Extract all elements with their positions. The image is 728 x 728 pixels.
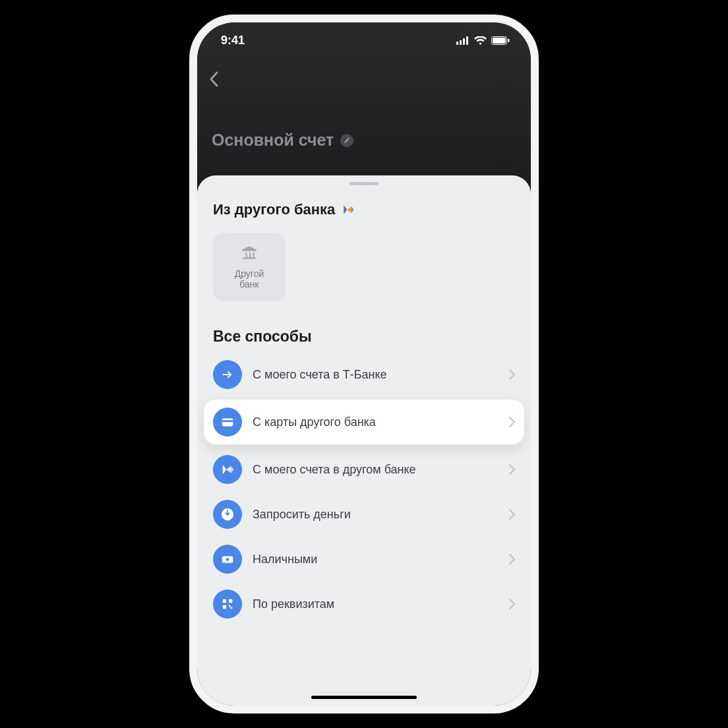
svg-rect-3 bbox=[466, 36, 468, 45]
svg-marker-12 bbox=[223, 465, 227, 475]
status-icons bbox=[456, 36, 510, 45]
svg-rect-5 bbox=[493, 38, 506, 44]
cellular-icon bbox=[456, 36, 470, 45]
methods-list: С моего счета в Т‑Банке С карты другого … bbox=[197, 352, 531, 626]
svg-rect-22 bbox=[231, 607, 233, 609]
svg-rect-6 bbox=[508, 39, 510, 42]
method-request-money[interactable]: Запросить деньги bbox=[204, 492, 524, 537]
sbp-icon bbox=[213, 455, 242, 484]
cash-icon bbox=[213, 545, 242, 574]
svg-marker-13 bbox=[226, 466, 231, 473]
method-by-requisites[interactable]: По реквизитам bbox=[204, 582, 524, 626]
svg-rect-11 bbox=[222, 420, 233, 422]
svg-rect-21 bbox=[229, 605, 231, 607]
status-bar: 9:41 bbox=[197, 22, 531, 58]
download-icon bbox=[213, 500, 242, 529]
svg-rect-19 bbox=[229, 599, 233, 603]
card-icon bbox=[213, 408, 242, 437]
account-title-row: Основной счет bbox=[197, 99, 531, 150]
status-time: 9:41 bbox=[221, 34, 245, 47]
svg-rect-0 bbox=[456, 42, 458, 45]
other-bank-tile-label: Другой банк bbox=[235, 268, 264, 289]
battery-icon bbox=[491, 36, 510, 45]
method-from-other-account[interactable]: С моего счета в другом банке bbox=[204, 447, 524, 492]
wifi-icon bbox=[474, 36, 487, 45]
chevron-right-icon bbox=[509, 554, 515, 564]
svg-rect-2 bbox=[463, 38, 465, 45]
screen: 9:41 Основной счет Из другого bbox=[197, 22, 531, 706]
method-label: Наличными bbox=[253, 553, 499, 566]
svg-rect-20 bbox=[223, 605, 227, 609]
svg-rect-1 bbox=[460, 40, 462, 45]
all-methods-title: Все способы bbox=[197, 301, 531, 352]
svg-rect-18 bbox=[223, 599, 227, 603]
method-label: По реквизитам bbox=[253, 597, 499, 611]
other-bank-tile[interactable]: Другой банк bbox=[213, 233, 286, 301]
qr-icon bbox=[213, 590, 242, 619]
sheet-grabber[interactable] bbox=[349, 182, 379, 185]
phone-frame: 9:41 Основной счет Из другого bbox=[189, 15, 539, 713]
chevron-right-icon bbox=[509, 464, 515, 475]
svg-marker-9 bbox=[351, 206, 353, 213]
arrow-right-icon bbox=[213, 360, 242, 389]
sbp-logo-icon bbox=[342, 203, 355, 216]
from-other-bank-title: Из другого банка bbox=[213, 201, 335, 218]
account-title: Основной счет bbox=[212, 131, 334, 150]
bank-icon bbox=[241, 245, 258, 262]
svg-point-17 bbox=[226, 558, 229, 561]
svg-marker-8 bbox=[348, 206, 352, 213]
svg-rect-10 bbox=[222, 419, 233, 427]
method-label: С моего счета в другом банке bbox=[253, 463, 499, 477]
svg-marker-14 bbox=[231, 466, 234, 473]
chevron-right-icon bbox=[509, 417, 515, 427]
bottom-sheet: Из другого банка Другой банк Все способы… bbox=[197, 175, 531, 706]
edit-account-button[interactable] bbox=[340, 134, 353, 147]
method-from-other-card[interactable]: С карты другого банка bbox=[204, 400, 524, 444]
back-button[interactable] bbox=[209, 71, 218, 87]
method-label: С карты другого банка bbox=[253, 415, 499, 429]
method-from-my-tbank[interactable]: С моего счета в Т‑Банке bbox=[204, 352, 524, 397]
from-other-bank-title-row: Из другого банка bbox=[197, 198, 531, 229]
pencil-icon bbox=[344, 136, 351, 144]
chevron-right-icon bbox=[509, 369, 515, 380]
home-indicator[interactable] bbox=[311, 696, 417, 699]
chevron-right-icon bbox=[509, 599, 515, 609]
svg-marker-7 bbox=[344, 205, 348, 214]
method-label: Запросить деньги bbox=[253, 508, 499, 522]
method-label: С моего счета в Т‑Банке bbox=[253, 368, 499, 382]
chevron-right-icon bbox=[509, 509, 515, 520]
method-cash[interactable]: Наличными bbox=[204, 537, 524, 582]
